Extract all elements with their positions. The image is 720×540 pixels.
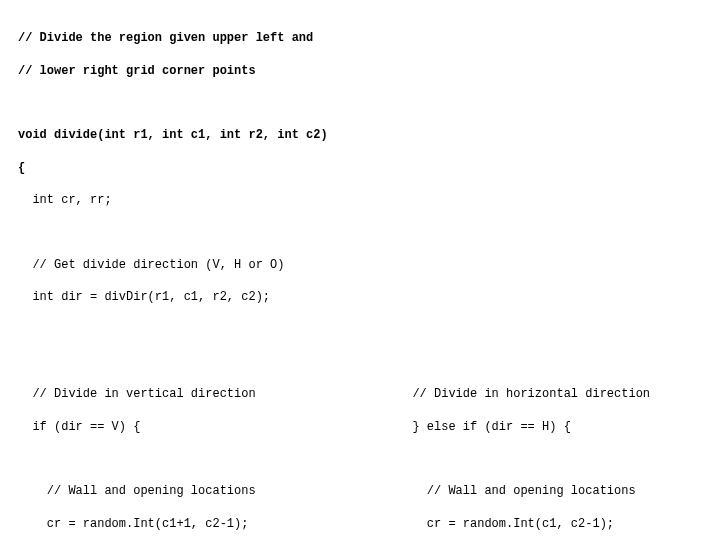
two-column-block: // Divide in vertical direction if (dir … [18, 370, 720, 540]
blank-line [398, 451, 686, 467]
comment-line: // Divide in vertical direction [18, 386, 398, 402]
signature: void divide(int r1, int c1, int r2, int … [18, 127, 720, 143]
blank-line [18, 224, 720, 240]
comment-line: // Wall and opening locations [18, 483, 398, 499]
comment-line: // lower right grid corner points [18, 63, 720, 79]
comment-line: // Wall and opening locations [398, 483, 686, 499]
comment-line: // Divide the region given upper left an… [18, 30, 720, 46]
blank-line [18, 322, 720, 338]
code-line: cr = random.Int(c1, c2-1); [398, 516, 686, 532]
comment-line: // Divide in horizontal direction [398, 386, 686, 402]
comment-line: // Get divide direction (V, H or O) [18, 257, 720, 273]
code-line: } else if (dir == H) { [398, 419, 686, 435]
code-line: if (dir == V) { [18, 419, 398, 435]
blank-line [18, 451, 398, 467]
code-line: int dir = divDir(r1, c1, r2, c2); [18, 289, 720, 305]
blank-line [18, 95, 720, 111]
brace-open: { [18, 160, 720, 176]
code-line: int cr, rr; [18, 192, 720, 208]
code-line: cr = random.Int(c1+1, c2-1); [18, 516, 398, 532]
code-slide: // Divide the region given upper left an… [0, 0, 720, 540]
